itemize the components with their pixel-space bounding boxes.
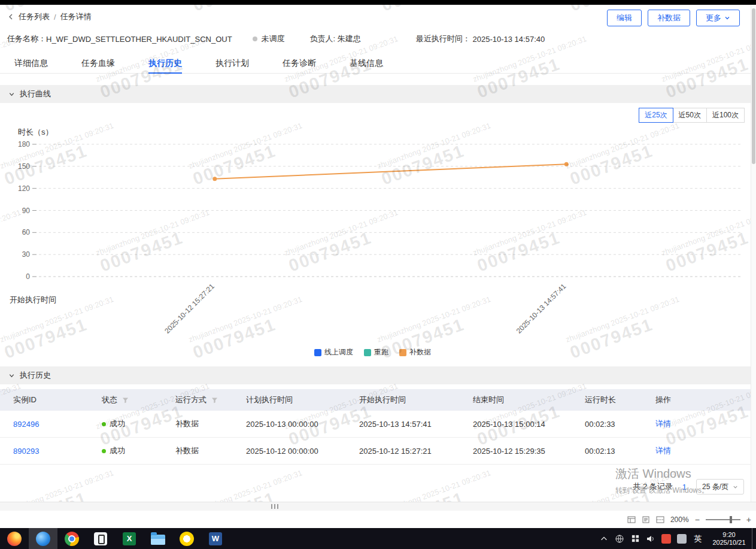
grid-icon bbox=[631, 534, 640, 543]
filter-icon[interactable] bbox=[122, 397, 129, 404]
phone-app-icon bbox=[94, 532, 107, 545]
apps-tray-button[interactable] bbox=[627, 528, 643, 549]
volume-icon bbox=[646, 534, 655, 544]
cell-planned: 2025-10-13 00:00:00 bbox=[246, 420, 359, 429]
excel-icon bbox=[123, 532, 136, 545]
svg-text:30: 30 bbox=[22, 250, 31, 259]
owner-label: 负责人: bbox=[310, 34, 336, 44]
taskbar-app-button[interactable] bbox=[172, 528, 201, 549]
start-text: 2025-10-12 15:27:21 bbox=[359, 447, 432, 456]
column-label: 操作 bbox=[655, 395, 671, 405]
svg-text:120: 120 bbox=[18, 184, 30, 193]
volume-tray-button[interactable] bbox=[643, 528, 658, 549]
cell-action[interactable]: 详情 bbox=[655, 445, 751, 456]
id-text[interactable]: 890293 bbox=[13, 447, 39, 456]
network-tray-button[interactable] bbox=[612, 528, 627, 549]
column-label: 开始执行时间 bbox=[359, 395, 406, 405]
range-button[interactable]: 近100次 bbox=[706, 108, 745, 123]
cell-mode: 补数据 bbox=[175, 445, 246, 456]
red-app-tray-button[interactable] bbox=[658, 528, 674, 549]
column-header: 实例ID bbox=[13, 395, 102, 405]
gray-app-tray-button[interactable] bbox=[674, 528, 690, 549]
collapse-chevron-icon bbox=[8, 372, 15, 379]
action-text[interactable]: 详情 bbox=[655, 418, 671, 429]
scrollbar-grip-icon[interactable] bbox=[271, 504, 278, 509]
taskbar-app-button[interactable] bbox=[144, 528, 172, 549]
id-text[interactable]: 892496 bbox=[13, 420, 39, 429]
vertical-scrollbar-thumb[interactable] bbox=[752, 8, 755, 164]
schedule-status-dot-icon bbox=[253, 37, 257, 41]
cell-planned: 2025-10-12 00:00:00 bbox=[246, 447, 359, 456]
legend-item[interactable]: 线上调度 bbox=[314, 347, 353, 357]
back-icon[interactable] bbox=[7, 13, 14, 20]
taskbar-app-button[interactable] bbox=[29, 528, 57, 549]
schedule-status: 未调度 bbox=[253, 34, 285, 44]
zoom-slider-thumb[interactable] bbox=[730, 516, 732, 523]
gray-app-icon bbox=[677, 534, 687, 544]
curve-chart-svg: 时长（s）03060901201501802025-10-12 15:27:21… bbox=[0, 123, 745, 345]
column-label: 结束时间 bbox=[473, 395, 504, 405]
legend-item[interactable]: 重跑 bbox=[364, 347, 388, 357]
cell-id[interactable]: 890293 bbox=[13, 447, 102, 456]
cell-action[interactable]: 详情 bbox=[655, 418, 751, 429]
edit-button-label: 编辑 bbox=[617, 13, 632, 23]
collapse-chevron-icon bbox=[8, 91, 15, 98]
taskbar-app-button[interactable] bbox=[0, 528, 29, 549]
owner-value: 朱建忠 bbox=[338, 34, 361, 44]
tab[interactable]: 任务诊断 bbox=[283, 54, 316, 73]
more-button[interactable]: 更多 bbox=[696, 10, 740, 26]
cell-id[interactable]: 892496 bbox=[13, 420, 102, 429]
range-button[interactable]: 近25次 bbox=[639, 108, 673, 123]
owner-group: 负责人: 朱建忠 bbox=[310, 34, 361, 44]
cell-end: 2025-10-12 15:29:35 bbox=[473, 447, 585, 456]
duration-text: 00:02:33 bbox=[585, 420, 615, 429]
taskbar-app-button[interactable] bbox=[86, 528, 115, 549]
action-text[interactable]: 详情 bbox=[655, 445, 671, 456]
zoom-out-button[interactable]: − bbox=[695, 515, 700, 524]
taskbar-app-button[interactable] bbox=[201, 528, 230, 549]
chrome-icon bbox=[65, 532, 79, 546]
tab[interactable]: 任务血缘 bbox=[81, 54, 115, 73]
tab[interactable]: 执行历史 bbox=[148, 54, 182, 73]
taskbar-app-button[interactable] bbox=[57, 528, 86, 549]
view-normal-icon[interactable] bbox=[627, 516, 636, 523]
cell-duration: 00:02:33 bbox=[585, 420, 655, 429]
table-row: 890293成功补数据2025-10-12 00:00:002025-10-12… bbox=[0, 438, 751, 465]
svg-text:时长（s）: 时长（s） bbox=[18, 128, 53, 137]
column-header: 计划执行时间 bbox=[246, 395, 359, 405]
show-desktop-button[interactable] bbox=[752, 528, 756, 549]
view-layout-icon[interactable] bbox=[642, 516, 650, 523]
status-text: 成功 bbox=[110, 418, 125, 429]
ue-app-icon bbox=[180, 532, 194, 546]
taskbar-clock[interactable]: 9:20 2025/10/21 bbox=[706, 531, 752, 547]
history-table: 实例ID状态运行方式计划执行时间开始执行时间结束时间运行时长操作 892496成… bbox=[0, 389, 751, 465]
edit-button[interactable]: 编辑 bbox=[607, 10, 642, 26]
end-text: 2025-10-12 15:29:35 bbox=[473, 447, 545, 456]
tab[interactable]: 基线信息 bbox=[350, 54, 383, 73]
mode-text: 补数据 bbox=[175, 445, 199, 456]
range-button[interactable]: 近50次 bbox=[673, 108, 707, 123]
view-break-icon[interactable] bbox=[656, 516, 664, 523]
legend-item[interactable]: 补数据 bbox=[399, 347, 431, 357]
tab[interactable]: 执行计划 bbox=[215, 54, 249, 73]
column-header: 操作 bbox=[655, 395, 751, 405]
vertical-scrollbar[interactable] bbox=[751, 5, 756, 502]
curve-section-header[interactable]: 执行曲线 bbox=[0, 85, 751, 103]
tab[interactable]: 详细信息 bbox=[14, 54, 48, 73]
breadcrumb-separator: / bbox=[54, 13, 56, 22]
page-size-select[interactable]: 25 条/页 bbox=[696, 479, 744, 495]
pagination-current-page[interactable]: 1 bbox=[682, 483, 687, 492]
filter-icon[interactable] bbox=[211, 397, 218, 404]
legend-swatch bbox=[314, 349, 321, 356]
chart-legend: 线上调度重跑补数据 bbox=[0, 347, 745, 357]
zoom-in-button[interactable]: + bbox=[746, 515, 751, 524]
breadcrumb-parent[interactable]: 任务列表 bbox=[19, 11, 50, 22]
task-name-label: 任务名称： bbox=[7, 34, 46, 44]
tray-expand-button[interactable] bbox=[596, 528, 612, 549]
zoom-slider[interactable] bbox=[706, 519, 740, 520]
taskbar-app-button[interactable] bbox=[115, 528, 144, 549]
history-section-header[interactable]: 执行历史 bbox=[0, 366, 751, 384]
backfill-button[interactable]: 补数据 bbox=[648, 10, 690, 26]
ime-indicator[interactable]: 英 bbox=[690, 528, 706, 549]
planned-text: 2025-10-12 00:00:00 bbox=[246, 447, 318, 456]
